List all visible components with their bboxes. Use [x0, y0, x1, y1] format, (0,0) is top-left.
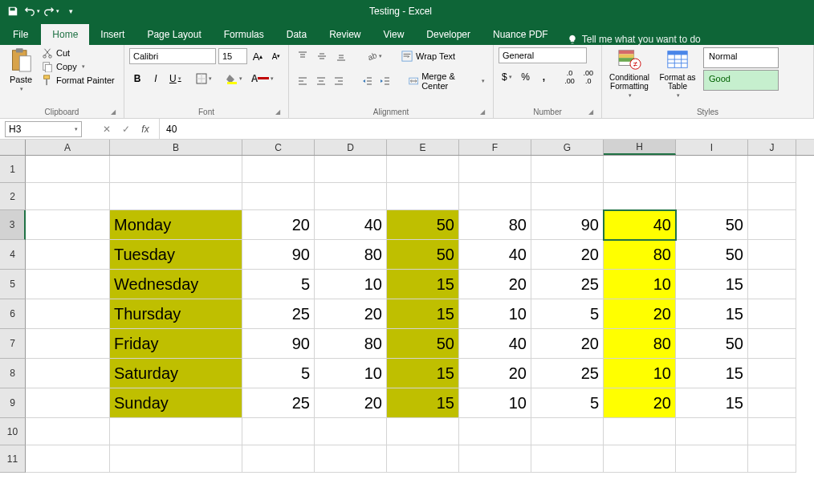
conditional-formatting-button[interactable]: ≠ Conditional Formatting▾	[607, 47, 652, 99]
cell-H7[interactable]: 80	[604, 329, 676, 359]
cell-A2[interactable]	[26, 183, 110, 210]
row-header-1[interactable]: 1	[0, 156, 26, 183]
decrease-decimal-icon[interactable]: .00.0	[580, 68, 596, 86]
row-header-8[interactable]: 8	[0, 359, 26, 388]
cell-J6[interactable]	[748, 299, 796, 329]
undo-icon[interactable]: ▾	[24, 3, 40, 19]
orientation-button[interactable]: ab▾	[363, 47, 385, 65]
tab-page-layout[interactable]: Page Layout	[136, 24, 212, 45]
column-header-G[interactable]: G	[531, 140, 604, 155]
clipboard-launcher-icon[interactable]: ◢	[109, 108, 117, 116]
cell-H2[interactable]	[604, 183, 676, 210]
cell-D6[interactable]: 20	[315, 299, 387, 329]
row-header-7[interactable]: 7	[0, 329, 26, 359]
tab-view[interactable]: View	[372, 24, 416, 45]
cell-I8[interactable]: 15	[676, 359, 748, 388]
tab-nuance-pdf[interactable]: Nuance PDF	[482, 24, 560, 45]
tab-file[interactable]: File	[0, 24, 41, 45]
row-header-10[interactable]: 10	[0, 418, 26, 445]
tab-data[interactable]: Data	[275, 24, 318, 45]
cell-H1[interactable]	[604, 156, 676, 183]
column-header-A[interactable]: A	[26, 140, 110, 155]
cell-A7[interactable]	[26, 329, 110, 359]
borders-button[interactable]: ▾	[193, 70, 215, 87]
cell-F1[interactable]	[459, 156, 531, 183]
cell-J11[interactable]	[748, 445, 796, 473]
bold-button[interactable]: B	[129, 70, 145, 87]
redo-icon[interactable]: ▾	[43, 3, 59, 19]
cell-D4[interactable]: 80	[315, 240, 387, 270]
cell-G2[interactable]	[531, 183, 604, 210]
number-launcher-icon[interactable]: ◢	[587, 108, 595, 116]
cut-button[interactable]: Cut	[42, 47, 115, 59]
cell-B2[interactable]	[110, 183, 242, 210]
cell-J8[interactable]	[748, 359, 796, 388]
wrap-text-button[interactable]: Wrap Text	[398, 49, 458, 63]
copy-button[interactable]: Copy ▾	[42, 61, 115, 72]
cell-E3[interactable]: 50	[387, 210, 459, 240]
cell-I1[interactable]	[676, 156, 748, 183]
format-as-table-button[interactable]: Format as Table▾	[655, 47, 700, 99]
cell-B6[interactable]: Thursday	[110, 299, 242, 329]
cell-C11[interactable]	[242, 445, 315, 473]
column-header-F[interactable]: F	[459, 140, 531, 155]
cell-B8[interactable]: Saturday	[110, 359, 242, 388]
cell-A8[interactable]	[26, 359, 110, 388]
increase-font-icon[interactable]: A▴	[250, 47, 266, 65]
tab-formulas[interactable]: Formulas	[213, 24, 275, 45]
align-middle-icon[interactable]	[313, 47, 331, 65]
qat-customize-icon[interactable]: ▾	[63, 3, 79, 19]
align-left-icon[interactable]	[294, 72, 311, 90]
tab-insert[interactable]: Insert	[89, 24, 136, 45]
formula-input[interactable]: 40	[160, 122, 814, 136]
number-format-input[interactable]	[499, 47, 587, 63]
cell-J1[interactable]	[748, 156, 796, 183]
cell-C1[interactable]	[242, 156, 315, 183]
row-header-2[interactable]: 2	[0, 183, 26, 210]
cell-D9[interactable]: 20	[315, 388, 387, 418]
cell-H6[interactable]: 20	[604, 299, 676, 329]
column-header-B[interactable]: B	[110, 140, 242, 155]
cell-F11[interactable]	[459, 445, 531, 473]
tell-me-search[interactable]: Tell me what you want to do	[560, 34, 709, 45]
cell-D11[interactable]	[315, 445, 387, 473]
cell-A10[interactable]	[26, 418, 110, 445]
cell-J5[interactable]	[748, 270, 796, 299]
align-top-icon[interactable]	[294, 47, 311, 65]
italic-button[interactable]: I	[148, 70, 164, 87]
cell-H5[interactable]: 10	[604, 270, 676, 299]
cell-I11[interactable]	[676, 445, 748, 473]
tab-home[interactable]: Home	[41, 24, 89, 45]
cell-G9[interactable]: 5	[531, 388, 604, 418]
save-icon[interactable]	[5, 3, 21, 19]
cell-A9[interactable]	[26, 388, 110, 418]
cell-E10[interactable]	[387, 418, 459, 445]
comma-format-button[interactable]: ,	[535, 68, 551, 86]
column-header-I[interactable]: I	[676, 140, 748, 155]
cancel-formula-icon[interactable]: ✕	[98, 121, 116, 137]
cell-C7[interactable]: 90	[242, 329, 315, 359]
cell-I5[interactable]: 15	[676, 270, 748, 299]
cell-B4[interactable]: Tuesday	[110, 240, 242, 270]
cell-J7[interactable]	[748, 329, 796, 359]
cell-D3[interactable]: 40	[315, 210, 387, 240]
cell-J10[interactable]	[748, 418, 796, 445]
decrease-indent-icon[interactable]	[359, 72, 376, 90]
cell-F3[interactable]: 80	[459, 210, 531, 240]
cell-E1[interactable]	[387, 156, 459, 183]
cell-G11[interactable]	[531, 445, 604, 473]
cell-B3[interactable]: Monday	[110, 210, 242, 240]
cell-I3[interactable]: 50	[676, 210, 748, 240]
underline-button[interactable]: U▾	[166, 70, 185, 87]
cell-A5[interactable]	[26, 270, 110, 299]
cell-G10[interactable]	[531, 418, 604, 445]
cell-C3[interactable]: 20	[242, 210, 315, 240]
fill-color-button[interactable]: ▾	[223, 70, 246, 87]
cell-F4[interactable]: 40	[459, 240, 531, 270]
cell-E9[interactable]: 15	[387, 388, 459, 418]
cell-E11[interactable]	[387, 445, 459, 473]
style-good[interactable]: Good	[703, 70, 779, 91]
column-header-J[interactable]: J	[748, 140, 796, 155]
cell-G5[interactable]: 25	[531, 270, 604, 299]
cell-F9[interactable]: 10	[459, 388, 531, 418]
